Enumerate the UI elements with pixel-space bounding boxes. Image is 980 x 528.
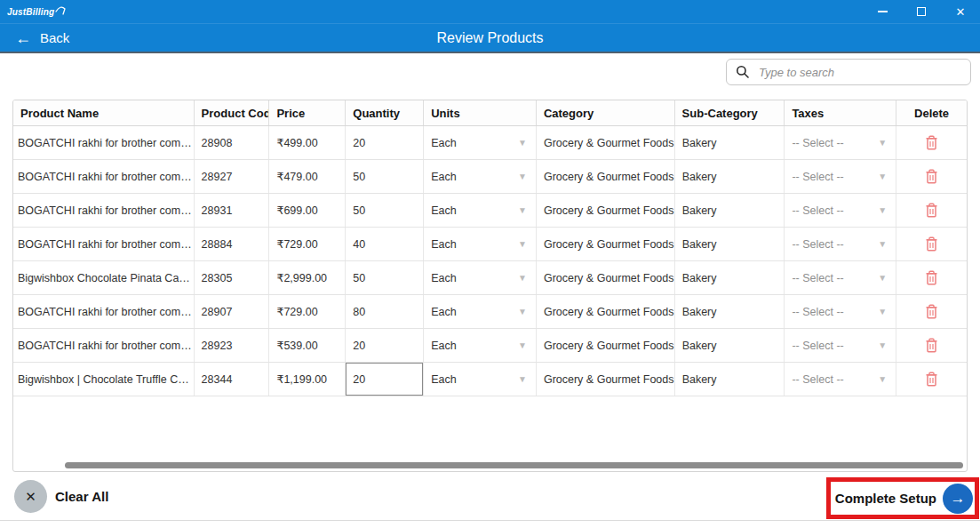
delete-cell [896,363,967,396]
delete-button[interactable] [896,363,967,396]
minimize-icon [878,11,888,12]
maximize-button[interactable] [902,0,941,23]
table-header-row: Product Name Product Code Price Quantity… [13,100,967,126]
quantity-cell[interactable]: 20 [346,126,424,159]
chevron-down-icon: ▼ [878,340,887,350]
quantity-cell[interactable]: 40 [346,228,424,260]
price-cell: ₹2,999.00 [269,261,346,294]
quantity-cell[interactable]: 80 [346,295,424,328]
close-icon: ✕ [956,6,966,18]
delete-cell [896,261,967,294]
category-cell: Grocery & Gourmet Foods [537,295,675,328]
logo-swoosh-icon [55,4,68,16]
category-cell: Grocery & Gourmet Foods [537,363,675,396]
units-dropdown[interactable]: Each▼ [424,295,537,328]
product-code-cell: 28927 [195,160,270,193]
product-name-cell: BOGATCHI rakhi for brother combo wi... [13,126,195,159]
category-cell: Grocery & Gourmet Foods [537,194,675,227]
taxes-dropdown[interactable]: -- Select --▼ [785,363,896,396]
search-input[interactable] [759,66,961,79]
chevron-down-icon: ▼ [518,273,527,283]
chevron-down-icon: ▼ [878,273,887,283]
taxes-dropdown[interactable]: -- Select --▼ [785,228,896,260]
chevron-down-icon: ▼ [518,374,527,384]
col-header-units: Units [424,100,537,125]
quantity-cell[interactable]: 50 [346,194,424,227]
minimize-button[interactable] [863,0,902,23]
product-code-cell: 28908 [195,126,270,159]
trash-icon [925,169,938,184]
chevron-down-icon: ▼ [878,205,887,215]
product-name-cell: BOGATCHI rakhi for brother combo wi... [13,160,195,193]
quantity-cell[interactable]: 50 [346,261,424,294]
quantity-cell[interactable]: 20 [346,363,424,396]
sub-category-cell: Bakery [675,126,785,159]
delete-button[interactable] [896,160,967,193]
product-name-cell: Bigwishbox | Chocolate Truffle Christm..… [13,363,195,396]
delete-cell [896,126,967,159]
chevron-down-icon: ▼ [518,307,527,316]
quantity-cell[interactable]: 50 [346,160,424,193]
horizontal-scrollbar[interactable] [65,462,963,468]
units-dropdown[interactable]: Each▼ [424,261,537,294]
clear-all-button[interactable]: ✕ Clear All [14,480,108,513]
trash-icon [925,304,938,319]
category-cell: Grocery & Gourmet Foods [537,126,675,159]
price-cell: ₹499.00 [269,126,346,159]
product-code-cell: 28907 [195,295,270,328]
trash-icon [925,372,938,387]
footer: ✕ Clear All Complete Setup → [0,472,980,520]
trash-icon [925,203,938,218]
delete-button[interactable] [896,295,967,328]
chevron-down-icon: ▼ [518,340,527,350]
taxes-dropdown[interactable]: -- Select --▼ [785,295,896,328]
units-dropdown[interactable]: Each▼ [424,160,537,193]
chevron-down-icon: ▼ [878,374,887,384]
navbar: ← Back Review Products [0,23,980,53]
units-dropdown[interactable]: Each▼ [424,363,537,396]
delete-button[interactable] [896,261,967,294]
search-icon [736,65,750,79]
sub-category-cell: Bakery [675,261,785,294]
units-dropdown[interactable]: Each▼ [424,126,537,159]
product-name-cell: BOGATCHI rakhi for brother combo wi... [13,228,195,260]
taxes-dropdown[interactable]: -- Select --▼ [785,329,896,362]
chevron-down-icon: ▼ [518,239,527,249]
quantity-cell[interactable]: 20 [346,329,424,362]
complete-setup-button[interactable]: → [943,484,973,514]
product-code-cell: 28884 [195,228,270,260]
price-cell: ₹729.00 [269,228,346,260]
category-cell: Grocery & Gourmet Foods [537,228,675,260]
chevron-down-icon: ▼ [518,138,527,148]
sub-category-cell: Bakery [675,329,785,362]
product-name-cell: BOGATCHI rakhi for brother combo wi... [13,295,195,328]
clear-all-x-icon: ✕ [14,480,47,513]
app-logo-text: JustBilling [7,7,54,17]
complete-setup-label: Complete Setup [835,491,936,506]
delete-button[interactable] [896,329,967,362]
taxes-dropdown[interactable]: -- Select --▼ [785,160,896,193]
taxes-dropdown[interactable]: -- Select --▼ [785,261,896,294]
delete-button[interactable] [896,194,967,227]
units-dropdown[interactable]: Each▼ [424,194,537,227]
table-row: Bigwishbox | Chocolate Truffle Christm..… [13,363,967,396]
trash-icon [925,236,938,252]
review-products-screen: JustBilling ✕ ← Back Review Products Pro… [0,0,980,528]
price-cell: ₹1,199.00 [269,363,346,396]
sub-category-cell: Bakery [675,295,785,328]
delete-button[interactable] [896,126,967,159]
search-box [726,59,971,85]
taxes-dropdown[interactable]: -- Select --▼ [785,126,896,159]
trash-icon [925,270,938,285]
delete-button[interactable] [896,228,967,260]
close-button[interactable]: ✕ [941,0,980,23]
trash-icon [925,338,938,353]
chevron-down-icon: ▼ [518,205,527,215]
units-dropdown[interactable]: Each▼ [424,228,537,260]
units-dropdown[interactable]: Each▼ [424,329,537,362]
delete-cell [896,329,967,362]
table-row: BOGATCHI rakhi for brother combo wi... 2… [13,329,967,363]
app-logo: JustBilling [0,7,68,17]
taxes-dropdown[interactable]: -- Select --▼ [785,194,896,227]
chevron-down-icon: ▼ [518,172,527,181]
